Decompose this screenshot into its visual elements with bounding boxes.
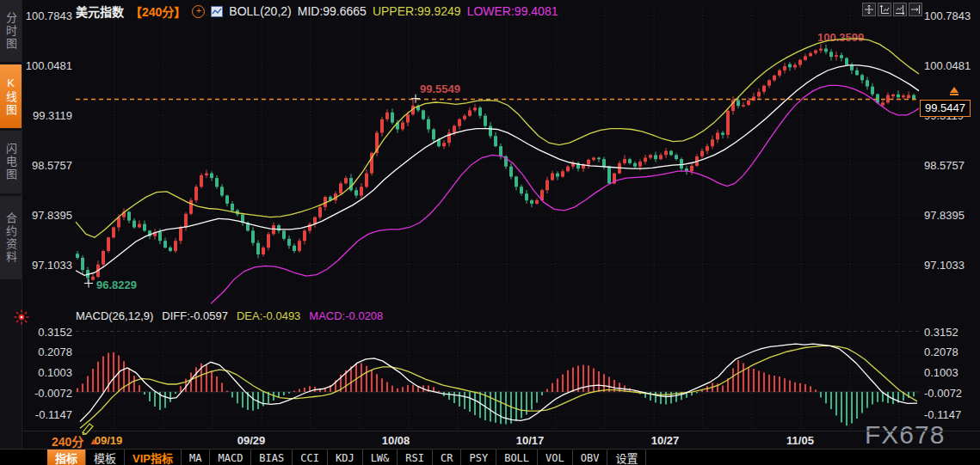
sidebar-tab-1[interactable]: K线图 [0,64,22,128]
sidebar-tab-2[interactable]: 闪电图 [0,131,22,193]
boll-mid-value: MID:99.6665 [298,4,367,18]
date-label-1: 09/29 [237,434,266,447]
move-crosshair-icon[interactable] [862,3,876,16]
chart-tools [862,3,922,16]
draw-tool-icon[interactable] [81,422,96,438]
period-selector-label: 240分 [52,432,83,450]
sidebar-tab-0[interactable]: 分时图 [0,0,22,62]
macd-dea-value: DEA:-0.0493 [237,309,300,322]
period-label: 【240分】 [130,3,186,20]
macd-params: MACD(26,12,9) [76,309,153,322]
add-compare-icon[interactable]: + [192,5,205,18]
toolbar-item-6[interactable]: CCI [293,450,328,465]
toolbar-item-11[interactable]: PSY [461,450,496,465]
macd-header: MACD(26,12,9) DIFF:-0.0597 DEA:-0.0493 M… [76,309,383,322]
time-axis: 09/1909/2910/0810/1710/2711/05 [0,431,980,450]
pan-latest-icon[interactable] [909,3,922,16]
toolbar-item-9[interactable]: RSI [398,450,433,465]
chart-canvas[interactable] [0,0,980,465]
sidebar-tab-3[interactable]: 合约资料 [0,196,22,279]
toolbar-item-10[interactable]: CR [433,450,461,465]
date-label-5: 11/05 [786,434,814,447]
toolbar-item-2[interactable]: VIP指标 [125,450,182,465]
date-label-2: 10/08 [382,434,410,447]
macd-diff-value: DIFF:-0.0597 [162,309,228,322]
toolbar-spacer [0,450,47,465]
toolbar-item-14[interactable]: OBV [573,450,608,465]
toolbar-item-1[interactable]: 模板 [86,450,125,465]
toolbar-item-15[interactable]: 设置 [607,450,646,465]
date-label-0: 09/19 [95,434,123,447]
toolbar-item-8[interactable]: LW& [363,450,398,465]
alert-icon[interactable] [14,309,29,328]
macd-macd-value: MACD:-0.0208 [309,309,383,322]
indicator-settings-icon[interactable] [211,6,223,17]
toolbar-item-4[interactable]: MACD [210,450,251,465]
boll-upper-value: UPPER:99.9249 [373,4,461,18]
latest-price-marker[interactable] [950,87,958,95]
last-price-tag: 99.5447 [920,100,971,117]
symbol-name: 美元指数 [76,3,124,20]
bottom-toolbar: 指标模板VIP指标MAMACDBIASCCIKDJLW&RSICRPSYBOLL… [0,449,980,465]
date-label-4: 10/27 [651,434,680,447]
sidebar: 分时图K线图闪电图合约资料 [0,0,22,465]
x-axis-scale-icon[interactable] [893,3,907,16]
toolbar-item-7[interactable]: KDJ [328,450,363,465]
boll-lower-value: LOWER:99.4081 [467,4,558,18]
app-window: 美元指数 【240分】 + BOLL(20,2) MID:99.6665 UPP… [0,0,980,465]
toolbar-item-0[interactable]: 指标 [47,450,86,465]
toolbar-item-3[interactable]: MA [182,450,210,465]
toolbar-item-5[interactable]: BIAS [251,450,293,465]
chart-header: 美元指数 【240分】 + BOLL(20,2) MID:99.6665 UPP… [76,3,558,20]
date-label-3: 10/17 [516,434,545,447]
toolbar-item-12[interactable]: BOLL [496,450,538,465]
y-axis-scale-icon[interactable] [878,3,891,16]
toolbar-item-13[interactable]: VOL [538,450,573,465]
boll-params: BOLL(20,2) [229,4,291,18]
